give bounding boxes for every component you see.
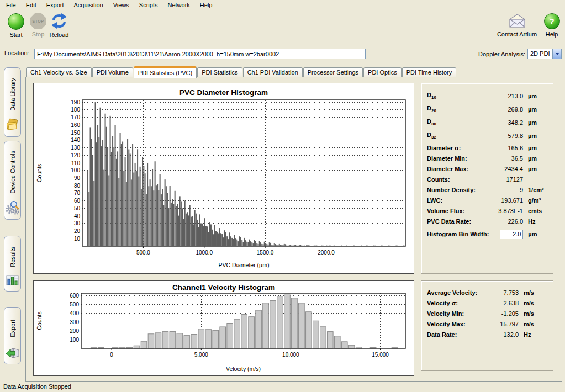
svg-text:140: 140 xyxy=(71,137,80,143)
tab-processor-settings[interactable]: Processor Settings xyxy=(303,67,363,77)
sidebar-item-label: Data Library xyxy=(9,78,16,111)
sidebar-item-label: Export xyxy=(9,320,16,337)
stat-unit: µm xyxy=(523,166,547,172)
stat-row-d20: D20 269.8 µm xyxy=(427,103,547,116)
stat-value: 132.0 xyxy=(489,331,519,338)
stat-label: Velocity Max: xyxy=(427,321,489,327)
stat-unit: m/s xyxy=(519,310,547,317)
svg-text:190: 190 xyxy=(71,99,80,105)
svg-text:10.000: 10.000 xyxy=(282,352,299,358)
stop-icon: STOP xyxy=(30,13,46,29)
doppler-analysis-select[interactable]: 2D PDI xyxy=(527,49,562,59)
start-icon xyxy=(8,13,24,30)
stat-row-histogram-bin-width: Histogram Bin Width: µm xyxy=(427,227,547,241)
stat-label: Diameter Max: xyxy=(427,166,489,172)
stat-unit: Hz xyxy=(519,331,547,338)
sidebar-item-device-controls[interactable]: Device Controls xyxy=(4,141,21,220)
stat-row-counts: Counts: 17127 xyxy=(427,174,547,184)
histogram-bin-width-input[interactable] xyxy=(500,230,523,239)
svg-text:PVC Diameter Histogram: PVC Diameter Histogram xyxy=(179,88,268,97)
stat-row-diameter-sigma: Diameter σ: 165.6 µm xyxy=(427,142,547,153)
location-row: Location: Doppler Analysis: 2D PDI xyxy=(0,47,565,61)
svg-text:100: 100 xyxy=(70,337,79,343)
tab-ch1-velocity-vs-size[interactable]: Ch1 Velocity vs. Size xyxy=(26,67,92,77)
doppler-analysis-label: Doppler Analysis: xyxy=(478,51,525,57)
stat-label: PVC Data Rate: xyxy=(427,218,489,225)
sidebar-item-export[interactable]: Export xyxy=(4,307,21,364)
channel1-velocity-histogram: 10020030040050060005.00010.00015.000Chan… xyxy=(33,280,414,376)
results-chart-icon xyxy=(6,274,19,289)
svg-text:160: 160 xyxy=(71,122,80,128)
tab-pdi-optics[interactable]: PDI Optics xyxy=(363,67,402,77)
tab-pdi-statistics-pvc[interactable]: PDI Statistics (PVC) xyxy=(134,66,197,78)
menu-file[interactable]: File xyxy=(1,1,21,9)
doppler-analysis-control: Doppler Analysis: 2D PDI xyxy=(478,49,562,59)
sidebar-item-label: Device Controls xyxy=(9,151,16,194)
start-button-label: Start xyxy=(9,31,22,38)
stat-row-velocity-sigma: Velocity σ: 2.638 m/s xyxy=(427,298,547,308)
svg-text:600: 600 xyxy=(70,293,79,299)
location-input[interactable] xyxy=(34,49,366,59)
stat-label: Velocity Min: xyxy=(427,310,489,317)
svg-text:500: 500 xyxy=(70,301,79,308)
menu-edit[interactable]: Edit xyxy=(21,1,41,9)
tab-pdi-time-history[interactable]: PDI Time History xyxy=(402,67,457,77)
stat-label: Velocity σ: xyxy=(427,300,489,306)
svg-text:90: 90 xyxy=(74,175,81,181)
status-bar: Data Acquisition Stopped xyxy=(0,382,565,392)
tab-content-panel: 1020304050607080901001101201301401501601… xyxy=(25,77,562,382)
svg-text:120: 120 xyxy=(71,152,80,158)
stat-label: Diameter σ: xyxy=(427,145,489,151)
tab-ch1-pdi-validation[interactable]: Ch1 PDI Validation xyxy=(243,67,303,77)
stat-value: 213.0 xyxy=(489,93,523,99)
svg-text:0: 0 xyxy=(110,352,113,358)
stat-value: 2.638 xyxy=(489,300,519,306)
stat-unit: 1/cm³ xyxy=(523,187,547,193)
menu-acquisition[interactable]: Acquisition xyxy=(69,1,108,9)
doppler-analysis-value: 2D PDI xyxy=(528,49,552,59)
stat-row-diameter-max: Diameter Max: 2434.4 µm xyxy=(427,163,547,174)
tab-pdi-volume[interactable]: PDI Volume xyxy=(92,67,133,77)
svg-text:170: 170 xyxy=(71,114,80,120)
contact-artium-button[interactable]: Contact Artium xyxy=(493,13,541,38)
stat-label: LWC: xyxy=(427,197,489,204)
aims-application-window: File Edit Export Acquisition Views Scrip… xyxy=(0,0,565,392)
menu-scripts[interactable]: Scripts xyxy=(134,1,163,9)
menu-export[interactable]: Export xyxy=(41,1,69,9)
contact-artium-label: Contact Artium xyxy=(497,31,537,38)
svg-text:1000.0: 1000.0 xyxy=(196,250,213,256)
help-button-label: Help xyxy=(546,31,558,38)
svg-text:200: 200 xyxy=(70,328,79,334)
svg-text:Channel1 Velocity Histogram: Channel1 Velocity Histogram xyxy=(172,283,275,292)
stat-value: 3.873E-1 xyxy=(489,208,523,214)
menu-help[interactable]: Help xyxy=(195,1,218,9)
stat-label: Histogram Bin Width: xyxy=(427,231,489,237)
sidebar-item-results[interactable]: Results xyxy=(4,236,21,292)
svg-text:15.000: 15.000 xyxy=(372,352,389,358)
svg-text:300: 300 xyxy=(70,319,79,325)
stat-unit: µm xyxy=(523,106,547,113)
stat-label: Data Rate: xyxy=(427,331,489,338)
help-button[interactable]: ? Help xyxy=(541,13,563,38)
menu-views[interactable]: Views xyxy=(108,1,134,9)
menu-bar: File Edit Export Acquisition Views Scrip… xyxy=(0,0,565,10)
stat-row-number-density: Number Density: 9 1/cm³ xyxy=(427,184,547,195)
stat-value: 36.5 xyxy=(489,155,523,162)
pvc-diameter-histogram: 1020304050607080901001101201301401501601… xyxy=(33,83,414,274)
stat-unit: µm xyxy=(523,93,547,99)
stat-label: D32 xyxy=(427,131,489,140)
svg-text:100: 100 xyxy=(71,167,80,173)
stat-value: 165.6 xyxy=(489,145,523,151)
reload-button[interactable]: Reload xyxy=(46,13,72,38)
stat-unit: µm xyxy=(523,231,547,237)
sidebar-item-data-library[interactable]: Data Library xyxy=(4,67,21,137)
svg-text:70: 70 xyxy=(74,190,81,196)
stat-unit: g/m³ xyxy=(523,197,547,204)
svg-text:150: 150 xyxy=(71,130,80,136)
svg-text:10: 10 xyxy=(74,236,81,242)
menu-network[interactable]: Network xyxy=(162,1,194,9)
stat-value: 269.8 xyxy=(489,106,523,113)
tab-pdi-statistics[interactable]: PDI Statistics xyxy=(197,67,242,77)
chevron-down-icon[interactable] xyxy=(552,49,561,59)
gears-icon xyxy=(6,200,20,217)
